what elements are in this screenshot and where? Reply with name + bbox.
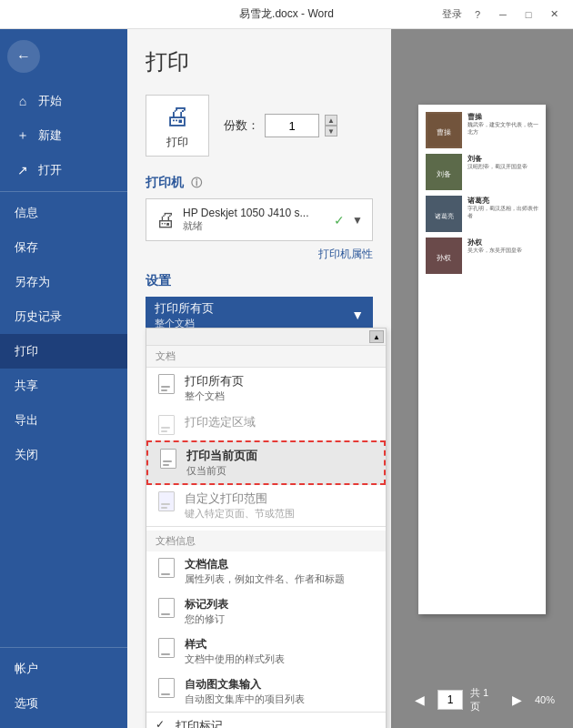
doc-icon-custom [156, 491, 177, 511]
printer-device-icon: 🖨 [156, 208, 176, 232]
doc-icon-all [156, 374, 177, 394]
open-icon: ↗ [15, 163, 31, 177]
print-range-main: 打印所有页 [155, 300, 214, 317]
sidebar-item-start[interactable]: ⌂ 开始 [0, 84, 127, 118]
sidebar-label-info: 信息 [15, 205, 38, 221]
dropdown-item-docinfo[interactable]: 文档信息 属性列表，例如文件名、作者和标题 [146, 551, 386, 592]
sidebar-item-open[interactable]: ↗ 打开 [0, 153, 127, 187]
dropdown-item-autocomplete[interactable]: 自动图文集输入 自动图文集库中的项目列表 [146, 672, 386, 712]
print-range-dropdown: ▲ 文档 打印所有页 整个文档 [146, 328, 387, 728]
sidebar-label-close: 关闭 [15, 447, 38, 463]
dropdown-text-styles: 样式 文档中使用的样式列表 [185, 637, 377, 666]
sidebar-item-account[interactable]: 帐户 [0, 652, 127, 686]
sidebar-label-options: 选项 [15, 695, 38, 712]
preview-photo-caocao: 曹操 [426, 112, 462, 148]
sidebar-item-save[interactable]: 保存 [0, 230, 127, 265]
printer-info: HP Deskjet 1050 J410 s... 就绪 [183, 207, 327, 233]
dropdown-text-markup: 标记列表 您的修订 [185, 597, 377, 626]
printer-properties[interactable]: 打印机属性 [146, 247, 373, 262]
sidebar-label-saveas: 另存为 [15, 274, 50, 290]
dropdown-main-markup: 标记列表 [185, 597, 377, 612]
printer-icon: 🖨 [165, 101, 190, 131]
preview-person-caocao: 曹操 曹操 魏武帝，建安文学代表，统一北方 [426, 112, 538, 148]
maximize-button[interactable]: □ [517, 5, 540, 24]
prev-page-button[interactable]: ◀ [409, 691, 430, 709]
preview-photo-zhugeliang: 诸葛亮 [426, 196, 462, 232]
dropdown-main-styles: 样式 [185, 637, 377, 652]
dropdown-main-current: 打印当前页面 [186, 448, 375, 464]
printer-status: 就绪 [183, 219, 327, 233]
dropdown-sub-current: 仅当前页 [186, 464, 375, 478]
doc-info-section: 文档信息 文档信息 属性列表，例如文件名、作者和标题 [146, 526, 386, 712]
dropdown-item-custom[interactable]: 自定义打印范围 键入特定页面、节或范围 [146, 485, 386, 526]
dropdown-item-all-pages[interactable]: 打印所有页 整个文档 [146, 368, 386, 409]
dropdown-main-all: 打印所有页 [185, 373, 377, 389]
sidebar-item-share[interactable]: 共享 [0, 369, 127, 403]
svg-text:曹操: 曹操 [437, 128, 451, 136]
dropdown-text-auto: 自动图文集输入 自动图文集库中的项目列表 [185, 677, 377, 706]
dropdown-text-current: 打印当前页面 仅当前页 [186, 448, 375, 478]
dropdown-item-markup[interactable]: 标记列表 您的修订 [146, 592, 386, 632]
new-icon: ＋ [15, 127, 31, 144]
copies-spinbox: ▲ ▼ [325, 115, 337, 136]
sidebar-label-print: 打印 [15, 343, 38, 359]
settings-title: 设置 [146, 273, 373, 289]
sidebar-label-new: 新建 [38, 127, 62, 144]
close-button[interactable]: ✕ [542, 5, 566, 24]
dropdown-sub-all: 整个文档 [185, 389, 377, 403]
sidebar-item-options[interactable]: 选项 [0, 686, 127, 721]
dropdown-text-selection: 打印选定区域 [185, 414, 377, 430]
doc-icon-markup [156, 598, 177, 618]
spin-up-button[interactable]: ▲ [325, 115, 337, 126]
page-input[interactable] [437, 690, 463, 710]
dropdown-scroll-up[interactable]: ▲ [369, 330, 384, 343]
print-btn-area: 🖨 打印 份数： ▲ ▼ [146, 95, 373, 157]
zoom-level: 40% [535, 694, 555, 705]
sidebar-label-account: 帐户 [15, 661, 38, 677]
next-page-button[interactable]: ▶ [507, 691, 528, 709]
sidebar-item-history[interactable]: 历史记录 [0, 299, 127, 334]
preview-person-liubei: 刘备 刘备 汉昭烈帝，蜀汉开国皇帝 [426, 154, 538, 190]
preview-area: 曹操 曹操 魏武帝，建安文学代表，统一北方 [391, 29, 573, 728]
sidebar-label-start: 开始 [38, 93, 62, 109]
dropdown-sub-docinfo: 属性列表，例如文件名、作者和标题 [185, 572, 377, 586]
dropdown-main-docinfo: 文档信息 [185, 557, 377, 572]
copies-label: 份数： [224, 117, 259, 134]
sidebar-item-saveas[interactable]: 另存为 [0, 265, 127, 299]
content-area: 打印 🖨 打印 份数： ▲ ▼ 打印机 ⓘ [127, 29, 573, 728]
minimize-button[interactable]: ─ [491, 5, 515, 24]
sidebar-item-export[interactable]: 导出 [0, 403, 127, 438]
dropdown-item-print-marks[interactable]: ✓ 打印标记 [146, 713, 386, 728]
printer-dropdown-arrow[interactable]: ▼ [352, 214, 363, 227]
dropdown-item-current-page[interactable]: 打印当前页面 仅当前页 [146, 440, 386, 485]
dropdown-text-all: 打印所有页 整个文档 [185, 373, 377, 403]
spin-down-button[interactable]: ▼ [325, 126, 337, 136]
sidebar-item-new[interactable]: ＋ 新建 [0, 118, 127, 153]
printer-area[interactable]: 🖨 HP Deskjet 1050 J410 s... 就绪 ✓ ▼ [146, 198, 373, 241]
copies-input[interactable] [265, 114, 319, 137]
page-total-label: 共 1 页 [470, 686, 499, 713]
print-button[interactable]: 🖨 打印 [146, 95, 209, 157]
print-btn-label: 打印 [166, 135, 188, 150]
preview-info-zhugeliang: 诸葛亮 字孔明，蜀汉丞相，出师表作者 [467, 196, 538, 232]
sidebar-item-print[interactable]: 打印 [0, 334, 127, 369]
sidebar-item-close[interactable]: 关闭 [0, 438, 127, 472]
print-title: 打印 [146, 47, 373, 76]
dropdown-item-styles[interactable]: 样式 文档中使用的样式列表 [146, 632, 386, 672]
back-button[interactable]: ← [7, 40, 40, 73]
printer-info-icon: ⓘ [191, 177, 202, 189]
sidebar-label-save: 保存 [15, 239, 38, 256]
help-button[interactable]: ? [466, 5, 489, 24]
sidebar-item-info[interactable]: 信息 [0, 196, 127, 230]
printer-props-link[interactable]: 打印机属性 [318, 248, 373, 260]
sidebar-label-history: 历史记录 [15, 308, 62, 325]
dropdown-main-custom: 自定义打印范围 [185, 490, 377, 507]
preview-content: 曹操 曹操 魏武帝，建安文学代表，统一北方 [418, 105, 546, 614]
sidebar-divider2 [0, 647, 127, 648]
titlebar-controls: 登录 ? ─ □ ✕ [440, 5, 566, 24]
login-button[interactable]: 登录 [440, 5, 464, 24]
printer-name: HP Deskjet 1050 J410 s... [183, 207, 327, 219]
doc-icon-styles [156, 638, 177, 658]
doc-icon-current [157, 449, 179, 469]
dropdown-sub-styles: 文档中使用的样式列表 [185, 652, 377, 666]
